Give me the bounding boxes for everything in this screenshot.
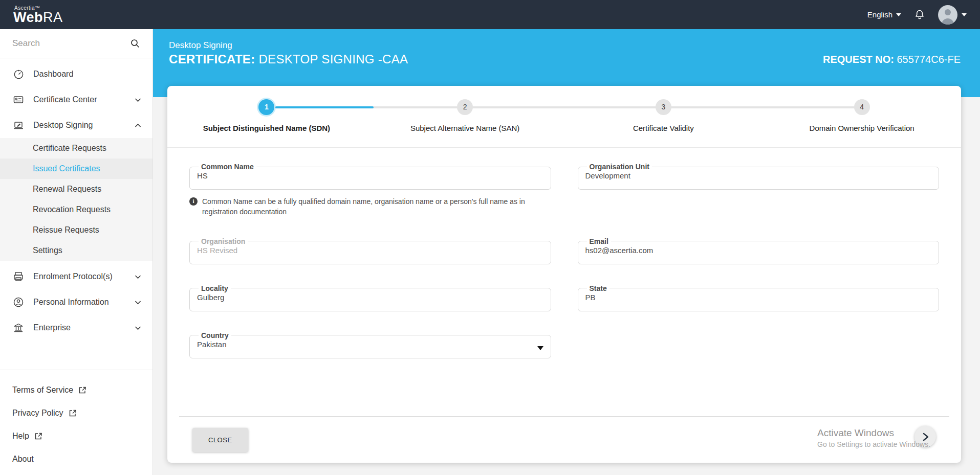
next-button[interactable] <box>914 426 936 447</box>
sidebar-item-desktop-signing[interactable]: Desktop Signing <box>0 112 153 138</box>
sidebar-item-label: Enrolment Protocol(s) <box>33 272 113 281</box>
link-terms-of-service[interactable]: Terms of Service <box>0 378 153 401</box>
chevron-down-icon <box>135 326 141 330</box>
country-field: Country <box>189 332 551 358</box>
chevron-right-icon <box>921 433 930 441</box>
bell-icon <box>913 9 926 21</box>
field-label: Organisation <box>199 238 248 245</box>
locality-field: Locality <box>189 285 551 311</box>
sidebar-item-enterprise[interactable]: Enterprise <box>0 315 153 341</box>
step-label: Subject Alternative Name (SAN) <box>366 124 564 132</box>
user-icon <box>938 5 957 25</box>
link-about[interactable]: About <box>0 447 153 470</box>
breadcrumb: Desktop Signing <box>169 40 408 51</box>
enrolment-protocol-icon <box>12 271 25 282</box>
top-bar: Ascertia™ WebRA English <box>0 0 980 29</box>
desktop-signing-icon <box>12 120 25 131</box>
step-number: 4 <box>854 99 870 115</box>
sidebar-item-label: Enterprise <box>33 323 71 332</box>
request-number: REQUEST NO: 655774C6-FE <box>823 54 961 65</box>
brand-name: WebRA <box>13 10 63 25</box>
sidebar-search <box>0 29 153 58</box>
step-label: Domain Ownership Verification <box>763 124 961 132</box>
app-logo: Ascertia™ WebRA <box>13 6 63 25</box>
enterprise-icon <box>12 322 25 333</box>
email-field: Email <box>578 238 940 264</box>
step-san[interactable]: 2 Subject Alternative Name (SAN) <box>366 86 564 132</box>
field-label: Country <box>199 332 231 339</box>
submenu-item-revocation-requests[interactable]: Revocation Requests <box>0 199 153 220</box>
link-privacy-policy[interactable]: Privacy Policy <box>0 401 153 424</box>
state-input[interactable] <box>585 292 932 302</box>
link-help[interactable]: Help <box>0 424 153 447</box>
main-content: Desktop Signing CERTIFICATE: DESKTOP SIG… <box>153 29 980 475</box>
step-number: 1 <box>258 99 274 115</box>
user-menu[interactable] <box>938 5 967 25</box>
avatar <box>938 5 957 25</box>
step-number: 3 <box>656 99 671 115</box>
step-label: Certificate Validity <box>564 124 763 132</box>
field-label: Organisation Unit <box>587 163 652 170</box>
step-certificate-validity[interactable]: 3 Certificate Validity <box>564 86 763 132</box>
wizard-card: 1 Subject Distinguished Name (SDN) 2 Sub… <box>167 86 961 463</box>
sidebar-item-label: Desktop Signing <box>33 121 93 130</box>
external-link-icon <box>34 432 42 440</box>
certificate-icon <box>12 94 25 105</box>
sidebar-item-dashboard[interactable]: Dashboard <box>0 61 153 87</box>
close-button[interactable]: CLOSE <box>192 428 248 452</box>
field-label: Locality <box>199 285 231 292</box>
wizard-stepper: 1 Subject Distinguished Name (SDN) 2 Sub… <box>167 86 961 148</box>
chevron-down-icon <box>135 275 141 279</box>
common-name-input[interactable] <box>197 170 543 180</box>
chevron-down-icon <box>896 13 901 16</box>
info-icon: i <box>189 197 198 206</box>
submenu-item-renewal-requests[interactable]: Renewal Requests <box>0 179 153 199</box>
person-icon <box>12 297 25 308</box>
sidebar-item-enrolment-protocols[interactable]: Enrolment Protocol(s) <box>0 264 153 289</box>
submenu-item-issued-certificates[interactable]: Issued Certificates <box>0 159 153 179</box>
sidebar-item-label: Dashboard <box>33 70 73 79</box>
step-number: 2 <box>457 99 473 115</box>
submenu-item-settings[interactable]: Settings <box>0 240 153 261</box>
submenu-item-reissue-requests[interactable]: Reissue Requests <box>0 220 153 240</box>
sidebar-item-label: Personal Information <box>33 298 109 307</box>
organisation-unit-input[interactable] <box>585 170 932 180</box>
common-name-field: Common Name <box>189 163 551 190</box>
organisation-unit-field: Organisation Unit <box>578 163 940 190</box>
field-label: Common Name <box>199 163 256 170</box>
email-input[interactable] <box>585 245 932 255</box>
dropdown-arrow-icon[interactable] <box>537 346 543 350</box>
field-label: Email <box>587 238 611 245</box>
chevron-down-icon <box>135 300 141 305</box>
notifications-button[interactable] <box>913 9 926 21</box>
page-title: CERTIFICATE: DESKTOP SIGNING -CAA <box>169 52 408 66</box>
common-name-hint: i Common Name can be a fully qualified d… <box>189 196 529 217</box>
organisation-input <box>197 245 543 255</box>
organisation-field: Organisation <box>189 238 551 264</box>
state-field: State <box>578 285 940 311</box>
sidebar-item-label: Certificate Center <box>33 95 97 104</box>
wizard-footer: CLOSE <box>179 416 949 463</box>
sdn-form: Common Name i Common Name can be a fully… <box>167 148 961 379</box>
submenu-item-certificate-requests[interactable]: Certificate Requests <box>0 138 153 159</box>
brand-company: Ascertia™ <box>14 6 63 11</box>
search-icon[interactable] <box>130 38 140 49</box>
desktop-signing-submenu: Certificate Requests Issued Certificates… <box>0 138 153 261</box>
language-label: English <box>867 10 892 19</box>
language-selector[interactable]: English <box>867 10 901 19</box>
step-domain-ownership[interactable]: 4 Domain Ownership Verification <box>763 86 961 132</box>
sidebar-footer: Terms of Service Privacy Policy Help Abo… <box>0 370 153 470</box>
chevron-up-icon <box>135 123 141 128</box>
chevron-down-icon <box>962 13 967 16</box>
step-label: Subject Distinguished Name (SDN) <box>167 124 366 132</box>
sidebar-item-certificate-center[interactable]: Certificate Center <box>0 87 153 112</box>
field-label: State <box>587 285 609 292</box>
external-link-icon <box>69 409 77 417</box>
sidebar-item-personal-information[interactable]: Personal Information <box>0 289 153 315</box>
locality-input[interactable] <box>197 292 543 302</box>
step-sdn[interactable]: 1 Subject Distinguished Name (SDN) <box>167 86 366 132</box>
dashboard-icon <box>12 69 25 80</box>
search-input[interactable] <box>12 38 130 49</box>
country-select[interactable] <box>197 339 543 349</box>
sidebar: Dashboard Certificate Center Desktop Sig… <box>0 29 153 475</box>
